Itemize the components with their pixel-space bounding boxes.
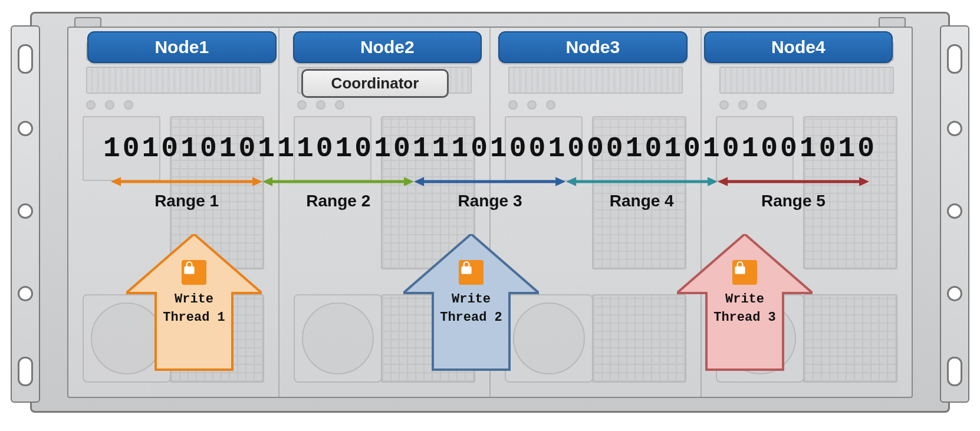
node-label: Node3 bbox=[498, 31, 688, 63]
node-label: Node4 bbox=[704, 31, 893, 63]
svg-marker-14 bbox=[859, 177, 869, 186]
range-label: Range 5 bbox=[761, 192, 826, 210]
thread-label: Write Thread 2 bbox=[403, 292, 539, 325]
range-label: Range 1 bbox=[154, 192, 219, 210]
diagram-overlay: Node1 Node2 Node3 Node4 Coordinator 1010… bbox=[68, 28, 912, 397]
range-block: Range 5 bbox=[718, 175, 869, 210]
range-block: Range 1 bbox=[111, 175, 262, 210]
lock-icon bbox=[459, 260, 484, 285]
lock-icon bbox=[732, 260, 757, 285]
svg-marker-5 bbox=[404, 177, 414, 186]
range-arrow-icon bbox=[566, 175, 718, 188]
ranges-row: Range 1 Range 2 Range bbox=[111, 175, 869, 210]
chassis-inner: Node1 Node2 Node3 Node4 Coordinator 1010… bbox=[67, 27, 913, 398]
svg-marker-4 bbox=[262, 177, 272, 186]
server-chassis: Node1 Node2 Node3 Node4 Coordinator 1010… bbox=[30, 12, 950, 413]
range-label: Range 3 bbox=[458, 192, 522, 210]
coordinator-badge: Coordinator bbox=[301, 69, 449, 98]
svg-marker-1 bbox=[111, 177, 121, 186]
svg-marker-2 bbox=[252, 177, 262, 186]
node-labels-row: Node1 Node2 Node3 Node4 bbox=[68, 31, 912, 63]
range-arrow-icon bbox=[262, 175, 414, 188]
range-arrow-icon bbox=[718, 175, 869, 188]
svg-marker-10 bbox=[566, 177, 576, 186]
range-block: Range 4 bbox=[566, 175, 718, 210]
rack-ear-left bbox=[11, 25, 40, 403]
range-label: Range 2 bbox=[306, 192, 370, 210]
range-arrow-icon bbox=[111, 175, 262, 188]
svg-marker-8 bbox=[555, 177, 565, 186]
range-label: Range 4 bbox=[610, 192, 674, 210]
rack-ear-right bbox=[940, 25, 969, 403]
binary-stream: 1010101011101010111010010001010101001010 bbox=[68, 133, 912, 164]
node-label: Node2 bbox=[293, 31, 482, 63]
threads-row: Write Thread 1 Write Thread 2 bbox=[68, 234, 912, 384]
svg-marker-11 bbox=[708, 177, 718, 186]
range-block: Range 3 bbox=[414, 175, 565, 210]
write-thread-arrow: Write Thread 3 bbox=[677, 234, 813, 387]
thread-label: Write Thread 1 bbox=[126, 292, 262, 325]
lock-icon bbox=[182, 260, 206, 285]
node-label: Node1 bbox=[87, 31, 277, 63]
thread-label: Write Thread 3 bbox=[677, 292, 813, 325]
write-thread-arrow: Write Thread 2 bbox=[403, 234, 539, 387]
range-block: Range 2 bbox=[262, 175, 414, 210]
range-arrow-icon bbox=[414, 175, 565, 188]
svg-marker-13 bbox=[718, 177, 728, 186]
write-thread-arrow: Write Thread 1 bbox=[126, 234, 262, 387]
svg-marker-7 bbox=[414, 177, 424, 186]
